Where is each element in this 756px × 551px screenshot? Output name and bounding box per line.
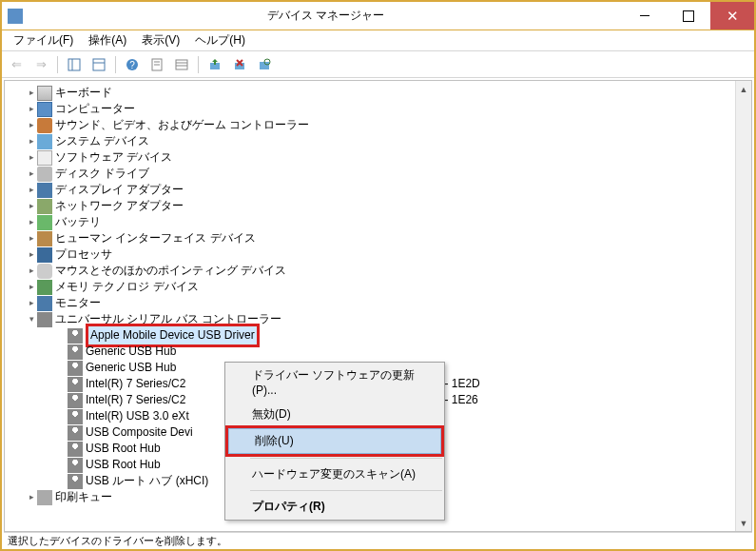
toolbar-view-icon[interactable] bbox=[88, 54, 109, 75]
software-icon bbox=[37, 150, 52, 166]
tree-row[interactable]: ▸ネットワーク アダプター bbox=[5, 198, 751, 214]
expand-collapsed-icon[interactable]: ▸ bbox=[26, 263, 37, 279]
scroll-down-icon[interactable]: ▼ bbox=[736, 515, 751, 531]
window-buttons: ✕ bbox=[623, 2, 754, 30]
tree-item-label: USB Root Hub bbox=[86, 457, 161, 473]
menubar: ファイル(F) 操作(A) 表示(V) ヘルプ(H) bbox=[2, 30, 754, 51]
tree-row[interactable]: ▸システム デバイス bbox=[5, 133, 751, 149]
expand-collapsed-icon[interactable]: ▸ bbox=[26, 489, 37, 505]
titlebar: デバイス マネージャー ✕ bbox=[2, 2, 754, 30]
usbdev-icon bbox=[68, 344, 83, 360]
tree-item-label: バッテリ bbox=[55, 214, 101, 230]
system-icon bbox=[37, 134, 52, 149]
tree-item-label: システム デバイス bbox=[55, 133, 149, 149]
tree-item-label: モニター bbox=[55, 295, 101, 311]
window-title: デバイス マネージャー bbox=[29, 8, 623, 24]
menu-view[interactable]: 表示(V) bbox=[134, 30, 187, 50]
menu-file[interactable]: ファイル(F) bbox=[6, 30, 81, 50]
usbdev-icon bbox=[68, 458, 83, 473]
tree-item-label: USB Root Hub bbox=[86, 441, 161, 457]
toolbar-update-driver[interactable] bbox=[204, 54, 225, 75]
tree-row[interactable]: ▸プロセッサ bbox=[5, 246, 751, 263]
expand-collapsed-icon[interactable]: ▸ bbox=[26, 101, 37, 117]
tree-row[interactable]: ▸ソフトウェア デバイス bbox=[5, 149, 751, 166]
usbdev-icon bbox=[68, 328, 83, 344]
expand-collapsed-icon[interactable]: ▸ bbox=[26, 166, 37, 182]
hid-icon bbox=[37, 231, 52, 246]
statusbar: 選択したデバイスのドライバーを削除します。 bbox=[4, 532, 752, 549]
expand-collapsed-icon[interactable]: ▸ bbox=[26, 182, 37, 198]
tree-row[interactable]: ▸コンピューター bbox=[5, 101, 751, 117]
ctx-properties[interactable]: プロパティ(R) bbox=[225, 494, 444, 520]
ctx-disable[interactable]: 無効(D) bbox=[225, 402, 444, 427]
tree-row[interactable]: Generic USB Hub bbox=[5, 344, 751, 360]
tree-item-label: USB ルート ハブ (xHCI) bbox=[86, 473, 208, 489]
menu-help[interactable]: ヘルプ(H) bbox=[187, 30, 253, 50]
svg-rect-9 bbox=[176, 60, 187, 69]
expand-collapsed-icon[interactable]: ▸ bbox=[26, 133, 37, 149]
svg-rect-0 bbox=[68, 59, 80, 70]
usb-icon bbox=[37, 312, 52, 327]
cpu-icon bbox=[37, 247, 52, 263]
ctx-update-driver[interactable]: ドライバー ソフトウェアの更新(P)... bbox=[225, 363, 444, 402]
toolbar-help[interactable]: ? bbox=[122, 54, 143, 75]
toolbar-list[interactable] bbox=[171, 54, 192, 75]
tree-item-label: コンピューター bbox=[55, 101, 135, 117]
usbdev-icon bbox=[68, 425, 83, 441]
expand-collapsed-icon[interactable]: ▸ bbox=[26, 198, 37, 214]
toolbar: ⇐ ⇒ ? bbox=[2, 51, 754, 78]
tree-item-label: Generic USB Hub bbox=[86, 344, 176, 360]
scroll-up-icon[interactable]: ▲ bbox=[736, 81, 751, 97]
expand-collapsed-icon[interactable]: ▸ bbox=[26, 117, 37, 133]
toolbar-scan[interactable] bbox=[254, 54, 275, 75]
tree-row[interactable]: ▸ディスク ドライブ bbox=[5, 166, 751, 182]
tree-item-label: USB Composite Devi bbox=[86, 424, 193, 441]
tree-item-label: ヒューマン インターフェイス デバイス bbox=[55, 230, 256, 246]
expand-open-icon[interactable]: ▾ bbox=[26, 311, 37, 327]
tree-row[interactable]: ▸モニター bbox=[5, 295, 751, 311]
toolbar-forward: ⇒ bbox=[30, 54, 51, 75]
expand-collapsed-icon[interactable]: ▸ bbox=[26, 230, 37, 246]
expand-collapsed-icon[interactable]: ▸ bbox=[26, 85, 37, 101]
vertical-scrollbar[interactable]: ▲ ▼ bbox=[735, 81, 751, 531]
tree-row[interactable]: ▸ディスプレイ アダプター bbox=[5, 182, 751, 198]
tree-row[interactable]: ▸メモリ テクノロジ デバイス bbox=[5, 279, 751, 295]
ctx-delete[interactable]: 削除(U) bbox=[228, 428, 441, 454]
toolbar-show-hide-tree[interactable] bbox=[64, 54, 85, 75]
tree-row[interactable]: ▸バッテリ bbox=[5, 214, 751, 230]
expand-collapsed-icon[interactable]: ▸ bbox=[26, 295, 37, 311]
expand-collapsed-icon[interactable]: ▸ bbox=[26, 214, 37, 230]
statusbar-text: 選択したデバイスのドライバーを削除します。 bbox=[8, 535, 227, 546]
tree-item-label: Intel(R) USB 3.0 eXt bbox=[86, 408, 189, 424]
expand-collapsed-icon[interactable]: ▸ bbox=[26, 149, 37, 166]
tree-item-label: キーボード bbox=[55, 85, 112, 101]
tree-row[interactable]: ▸ヒューマン インターフェイス デバイス bbox=[5, 230, 751, 246]
usbdev-icon bbox=[68, 474, 83, 489]
tree-item-label: Apple Mobile Device USB Driver bbox=[90, 328, 255, 342]
toolbar-sep bbox=[57, 56, 58, 73]
close-button[interactable]: ✕ bbox=[710, 2, 754, 30]
usbdev-icon bbox=[68, 409, 83, 424]
usbdev-icon bbox=[68, 393, 83, 408]
battery-icon bbox=[37, 215, 52, 230]
usbdev-icon bbox=[68, 442, 83, 457]
ctx-scan-hardware[interactable]: ハードウェア変更のスキャン(A) bbox=[225, 462, 444, 487]
tree-row[interactable]: ▸サウンド、ビデオ、およびゲーム コントローラー bbox=[5, 117, 751, 133]
ctx-separator bbox=[250, 458, 442, 459]
maximize-button[interactable] bbox=[667, 2, 710, 30]
minimize-button[interactable] bbox=[623, 2, 667, 30]
expand-collapsed-icon[interactable]: ▸ bbox=[26, 246, 37, 263]
tree-item-label: メモリ テクノロジ デバイス bbox=[55, 279, 199, 295]
usbdev-icon bbox=[68, 361, 83, 376]
tree-row[interactable]: Apple Mobile Device USB Driver bbox=[5, 327, 751, 344]
expand-collapsed-icon[interactable]: ▸ bbox=[26, 279, 37, 295]
context-menu: ドライバー ソフトウェアの更新(P)... 無効(D) 削除(U) ハードウェア… bbox=[224, 362, 445, 521]
toolbar-uninstall[interactable] bbox=[229, 54, 250, 75]
tree-item-label: ソフトウェア デバイス bbox=[55, 149, 172, 166]
toolbar-properties[interactable] bbox=[146, 54, 167, 75]
tree-row[interactable]: ▸マウスとそのほかのポインティング デバイス bbox=[5, 263, 751, 279]
menu-action[interactable]: 操作(A) bbox=[81, 30, 134, 50]
app-icon bbox=[8, 9, 23, 24]
tree-row[interactable]: ▸キーボード bbox=[5, 85, 751, 101]
tree-item-label: ネットワーク アダプター bbox=[55, 198, 184, 214]
